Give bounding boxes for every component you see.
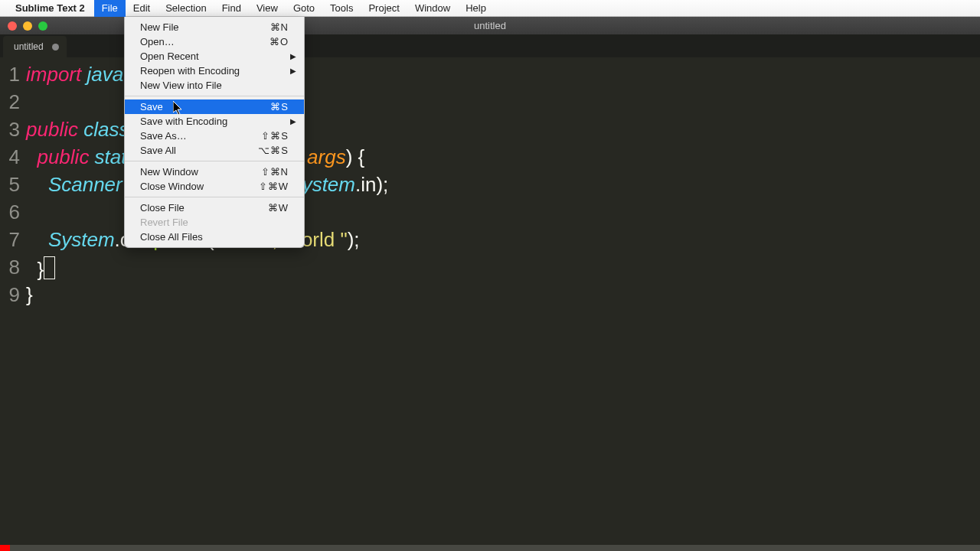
menu-item-label: New File	[140, 21, 179, 33]
menu-item-revert-file: Revert File	[125, 215, 304, 230]
submenu-arrow-icon: ▶	[290, 52, 296, 60]
minimize-window-icon[interactable]	[23, 21, 32, 31]
traffic-lights	[0, 21, 47, 31]
menu-item-label: Close All Files	[140, 231, 203, 243]
zoom-window-icon[interactable]	[38, 21, 47, 31]
line-number: 4	[0, 143, 20, 171]
menu-item-label: Close Window	[140, 181, 204, 192]
menu-help[interactable]: Help	[458, 0, 494, 17]
app-name[interactable]: Sublime Text 2	[15, 2, 85, 14]
menu-view[interactable]: View	[249, 0, 286, 17]
line-number: 6	[0, 198, 20, 226]
tab-modified-icon	[52, 44, 59, 51]
menu-item-open-recent[interactable]: Open Recent▶	[125, 49, 304, 64]
menu-item-label: New Window	[140, 166, 198, 178]
menu-file[interactable]: File	[94, 0, 126, 17]
menu-item-new-file[interactable]: New File⌘N	[125, 20, 304, 34]
line-number: 5	[0, 171, 20, 198]
menu-item-new-window[interactable]: New Window⇧⌘N	[125, 165, 304, 179]
menu-item-close-file[interactable]: Close File⌘W	[125, 201, 304, 215]
menu-item-reopen-with-encoding[interactable]: Reopen with Encoding▶	[125, 64, 304, 78]
shortcut-label: ⌘S	[270, 101, 289, 112]
menu-window[interactable]: Window	[407, 0, 458, 17]
menu-item-label: Save All	[140, 145, 176, 156]
menu-item-label: Open…	[140, 36, 175, 47]
menu-project[interactable]: Project	[361, 0, 407, 17]
menu-item-new-view-into-file[interactable]: New View into File	[125, 78, 304, 93]
menu-item-save-with-encoding[interactable]: Save with Encoding▶	[125, 114, 304, 129]
menu-item-save-as-[interactable]: Save As…⇧⌘S	[125, 129, 304, 143]
file-menu-dropdown: New File⌘NOpen…⌘OOpen Recent▶Reopen with…	[124, 17, 305, 248]
line-number: 8	[0, 253, 20, 281]
menu-separator	[125, 96, 304, 96]
menu-item-label: Save with Encoding	[140, 116, 227, 127]
line-number: 9	[0, 281, 20, 308]
code-line: }	[26, 253, 980, 281]
shortcut-label: ⇧⌘W	[259, 181, 289, 192]
submenu-arrow-icon: ▶	[290, 67, 296, 75]
shortcut-label: ⇧⌘N	[261, 166, 289, 178]
menu-item-label: Revert File	[140, 217, 188, 228]
line-number: 2	[0, 88, 20, 116]
video-progress-bar[interactable]	[0, 545, 980, 551]
close-window-icon[interactable]	[8, 21, 17, 31]
shortcut-label: ⌥⌘S	[258, 145, 289, 156]
text-cursor	[44, 256, 55, 279]
menu-item-label: Save As…	[140, 130, 187, 142]
video-progress-played	[0, 545, 10, 551]
tab-untitled[interactable]: untitled	[3, 36, 67, 57]
line-number: 7	[0, 226, 20, 253]
shortcut-label: ⌘O	[270, 36, 289, 47]
menu-edit[interactable]: Edit	[126, 0, 158, 17]
submenu-arrow-icon: ▶	[290, 117, 296, 126]
menu-goto[interactable]: Goto	[286, 0, 322, 17]
menu-item-close-window[interactable]: Close Window⇧⌘W	[125, 179, 304, 194]
menu-tools[interactable]: Tools	[322, 0, 361, 17]
line-number: 3	[0, 116, 20, 143]
menu-selection[interactable]: Selection	[158, 0, 214, 17]
line-gutter: 123456789	[0, 57, 26, 545]
menu-item-label: Close File	[140, 202, 185, 214]
menubar-items: FileEditSelectionFindViewGotoToolsProjec…	[94, 0, 494, 17]
line-number: 1	[0, 60, 20, 88]
menu-item-label: Open Recent	[140, 51, 199, 62]
shortcut-label: ⌘N	[270, 21, 289, 33]
menu-item-save-all[interactable]: Save All⌥⌘S	[125, 143, 304, 158]
menu-item-save[interactable]: Save⌘S	[125, 99, 304, 114]
menu-item-open-[interactable]: Open…⌘O	[125, 34, 304, 49]
menu-item-label: Save	[140, 101, 163, 112]
mouse-cursor-icon	[173, 101, 185, 116]
shortcut-label: ⇧⌘S	[261, 130, 289, 142]
macos-menubar: Sublime Text 2 FileEditSelectionFindView…	[0, 0, 980, 17]
shortcut-label: ⌘W	[268, 202, 289, 214]
menu-find[interactable]: Find	[214, 0, 249, 17]
menu-item-label: New View into File	[140, 80, 222, 91]
menu-item-label: Reopen with Encoding	[140, 65, 240, 77]
code-line: }	[26, 281, 980, 308]
menu-item-close-all-files[interactable]: Close All Files	[125, 230, 304, 244]
menu-separator	[125, 161, 304, 161]
tab-label: untitled	[14, 41, 44, 52]
menu-separator	[125, 197, 304, 197]
